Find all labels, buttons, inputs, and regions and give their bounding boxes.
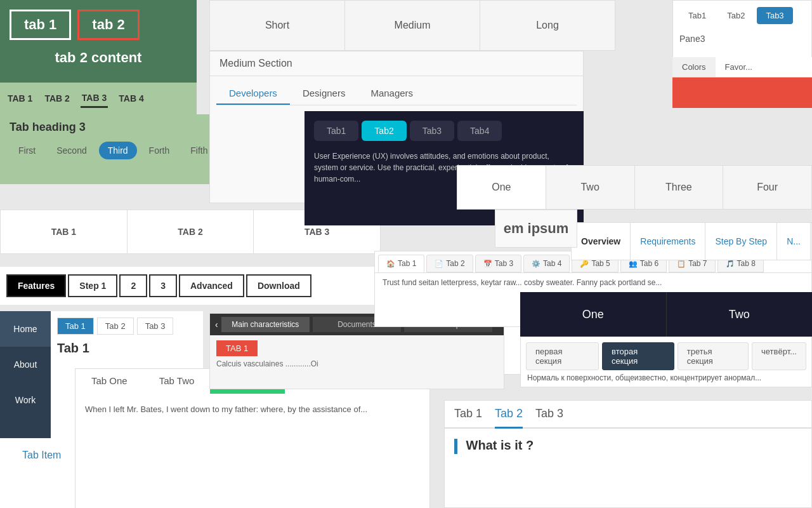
tab-three[interactable]: Three <box>635 166 724 209</box>
dark-tab-two[interactable]: Two <box>667 292 813 337</box>
icon-tab-8-label: Tab 8 <box>737 259 756 268</box>
card6-tab-3[interactable]: Tab 3 <box>137 318 174 335</box>
tab-step3[interactable]: 3 <box>149 274 177 297</box>
tab-2[interactable]: TAB 2 <box>43 90 70 107</box>
russian-content: Нормаль к поверхности, общеизвестно, кон… <box>521 370 811 385</box>
icon-tab-2[interactable]: 📄 Tab 2 <box>426 255 473 272</box>
key-icon: 🔑 <box>580 260 589 268</box>
product-content-text: Calcuis vasculaines ............Oi <box>216 359 497 368</box>
what-content: What is it ? <box>445 429 811 464</box>
what-tab-1[interactable]: Tab 1 <box>454 407 482 427</box>
tab-3[interactable]: TAB 3 <box>81 90 108 108</box>
tab-third[interactable]: Third <box>99 142 137 159</box>
dark-tab2[interactable]: Tab2 <box>362 121 406 141</box>
tab-second[interactable]: Second <box>48 142 95 159</box>
card-green-tabs: Tab One Tab Two Tab Three When I left Mr… <box>75 368 430 508</box>
sidebar-item-about[interactable]: About <box>0 347 51 382</box>
icon-tab-6-label: Tab 6 <box>640 259 658 268</box>
dark-tab3[interactable]: Tab3 <box>410 121 454 141</box>
arrow-left-icon[interactable]: ‹ <box>215 319 218 330</box>
what-tabs-row: Tab 1 Tab 2 Tab 3 <box>445 401 811 429</box>
card-colors-bar: Colors Favor... <box>672 57 812 108</box>
what-tab-3[interactable]: Tab 3 <box>535 407 563 427</box>
green-tab-two[interactable]: Tab Two <box>143 369 211 394</box>
product-tab-main[interactable]: Main characteristics <box>221 317 310 332</box>
team-tabs: Developers Designers Managers <box>216 83 577 105</box>
tab-n[interactable]: N... <box>777 223 811 260</box>
tab-vtoraya[interactable]: вторая секция <box>602 342 674 370</box>
tab-one[interactable]: One <box>457 166 546 209</box>
dark-tabs-row: Tab1 Tab2 Tab3 Tab4 <box>314 121 574 141</box>
large-tab-1[interactable]: TAB 1 <box>1 210 128 253</box>
one-four-tabs-row: One Two Three Four <box>457 166 811 209</box>
card-overview-tabs: Overview Requirements Step By Step N... <box>571 222 812 260</box>
tab-medium[interactable]: Medium <box>345 1 480 50</box>
card-dark-one-two: One Two <box>520 292 812 337</box>
card-sml-tabs: Short Medium Long <box>209 0 615 51</box>
icon-tab-4[interactable]: ⚙️ Tab 4 <box>523 255 570 272</box>
tab-developers[interactable]: Developers <box>216 83 290 105</box>
tab-two[interactable]: Two <box>546 166 635 209</box>
gear-icon: ⚙️ <box>532 260 540 268</box>
tab-step-by-step[interactable]: Step By Step <box>705 223 777 260</box>
tab-item[interactable]: Tab Item <box>10 444 74 466</box>
tab-1-button[interactable]: tab 1 <box>10 10 71 40</box>
tab-advanced[interactable]: Advanced <box>179 274 244 297</box>
top-right-tabs-row: Tab1 Tab2 Tab3 <box>679 7 805 24</box>
tr-tab-1[interactable]: Tab1 <box>679 7 715 24</box>
tab-step2[interactable]: 2 <box>119 274 147 297</box>
icon-tab-content: Trust fund seitan letterpress, keytar ra… <box>375 273 811 292</box>
card-one-four-tabs: One Two Three Four <box>457 165 812 210</box>
tab-managers[interactable]: Managers <box>358 83 426 105</box>
calendar-icon: 📅 <box>483 260 492 268</box>
icon-tab-7-label: Tab 7 <box>688 259 707 268</box>
tab-download[interactable]: Download <box>246 274 311 297</box>
tab-step1[interactable]: Step 1 <box>68 274 117 297</box>
tab-four[interactable]: Four <box>723 166 811 209</box>
green-tab-content: When I left Mr. Bates, I went down to my… <box>75 394 429 426</box>
dark-tab1[interactable]: Tab1 <box>314 121 358 141</box>
large-tab-2[interactable]: TAB 2 <box>128 210 254 253</box>
card-what-is-it: Tab 1 Tab 2 Tab 3 What is it ? <box>444 400 812 508</box>
icon-tab-2-label: Tab 2 <box>446 259 464 268</box>
tab-short[interactable]: Short <box>210 1 345 50</box>
tr-tab-2[interactable]: Tab2 <box>718 7 754 24</box>
dark-tab4[interactable]: Tab4 <box>457 121 502 141</box>
tab-requirements[interactable]: Requirements <box>631 223 705 260</box>
accent-bar <box>454 439 457 454</box>
dark-tab-one[interactable]: One <box>520 292 667 337</box>
what-tab-2[interactable]: Tab 2 <box>495 407 523 429</box>
tab-forth[interactable]: Forth <box>140 142 179 159</box>
tr-tab-3[interactable]: Tab3 <box>757 7 792 24</box>
pane-label: Pane3 <box>679 30 805 47</box>
lorem-ipsum-text: em ipsum <box>495 210 577 248</box>
tab-long[interactable]: Long <box>480 1 615 50</box>
tab-overview[interactable]: Overview <box>572 223 631 260</box>
icon-tab-4-label: Tab 4 <box>543 259 561 268</box>
document-icon: 📄 <box>435 260 443 268</box>
icon-tab-3[interactable]: 📅 Tab 3 <box>475 255 521 272</box>
tab-content-title: Tab 1 <box>57 341 197 356</box>
tab-pervaya[interactable]: первая секция <box>526 342 599 370</box>
tab-4[interactable]: TAB 4 <box>117 90 145 107</box>
product-content-label: TAB 1 <box>216 340 258 356</box>
tab-designers[interactable]: Designers <box>290 83 358 105</box>
icon-tab-1[interactable]: 🏠 Tab 1 <box>378 255 424 272</box>
card6-tab-1[interactable]: Tab 1 <box>57 318 94 335</box>
tab-features[interactable]: Features <box>6 274 66 297</box>
tab-chetvert[interactable]: четвёрт... <box>752 342 806 370</box>
product-tab-content: TAB 1 Calcuis vasculaines ............Oi <box>210 335 504 373</box>
what-content-text: What is it ? <box>466 438 534 452</box>
tab-tretya[interactable]: третья секция <box>678 342 749 370</box>
card-feature-tabs: Features Step 1 2 3 Advanced Download <box>0 267 381 305</box>
card6-tab-2[interactable]: Tab 2 <box>97 318 134 335</box>
green-tab-one[interactable]: Tab One <box>75 369 143 394</box>
tab-first[interactable]: First <box>10 142 44 159</box>
colors-tab[interactable]: Colors <box>672 57 716 77</box>
tab-2-button[interactable]: tab 2 <box>77 10 139 40</box>
tab-1[interactable]: TAB 1 <box>6 90 34 107</box>
sidebar-item-work[interactable]: Work <box>0 382 51 418</box>
icon-tab-1-label: Tab 1 <box>398 259 416 268</box>
favorites-tab[interactable]: Favor... <box>716 57 762 77</box>
sidebar-item-home[interactable]: Home <box>0 311 51 347</box>
